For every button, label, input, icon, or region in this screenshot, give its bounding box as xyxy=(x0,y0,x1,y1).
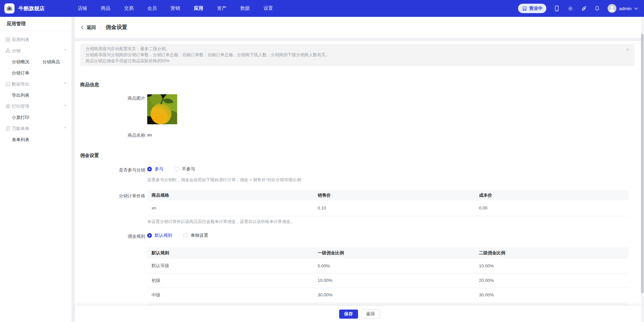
sidebar-group-distribution[interactable]: 分销 xyxy=(0,45,71,56)
notice-line: 分销商等级与分销商的分销订单数，分销订单总额，自购订单数，自购订单总额，分销商下… xyxy=(86,52,629,58)
rule-cell-l1: 30.00% xyxy=(313,288,475,302)
radio-participate-yes[interactable]: 参与 xyxy=(147,166,163,172)
mobile-icon[interactable] xyxy=(554,5,560,11)
notice-line: 分销商层级与后台配置有关，最多二级分销。 xyxy=(86,46,629,52)
radio-on-icon xyxy=(147,233,152,238)
sidebar-item-app-list[interactable]: 应用列表 xyxy=(0,34,71,45)
back-button-footer[interactable]: 返回 xyxy=(361,310,380,319)
printer-icon xyxy=(5,104,10,109)
store-logo xyxy=(4,3,14,13)
sidebar-item-label: 打印管理 xyxy=(12,103,29,109)
sidebar-item-label: 分销 xyxy=(12,48,21,54)
product-name-value: xn xyxy=(147,132,152,137)
nav-item-trade[interactable]: 交易 xyxy=(124,5,134,11)
storefront-icon xyxy=(522,6,527,11)
nav-item-settings[interactable]: 设置 xyxy=(264,5,273,11)
rocket-icon[interactable] xyxy=(581,5,587,11)
price-cell-spec: xn xyxy=(147,200,313,216)
user-menu[interactable]: admin xyxy=(608,4,638,13)
sidebar-group-forms[interactable]: 万能表单 xyxy=(0,123,71,134)
radio-rule-custom[interactable]: 单独设置 xyxy=(183,232,208,238)
sidebar-item-receipt-print[interactable]: 小票打印 xyxy=(12,115,42,121)
sidebar-item-distribution-orders[interactable]: 分销订单 xyxy=(12,70,42,76)
sidebar-item-label: 万能表单 xyxy=(12,126,29,132)
rule-table: 默认规则 一级佣金比例 二级佣金比例 默认等级 5.00% 10.00% 初级 … xyxy=(147,247,629,302)
scrollbar-thumb[interactable] xyxy=(641,34,644,293)
header-divider xyxy=(101,25,101,30)
rule-cell-l2: 10.00% xyxy=(475,259,629,273)
nav-item-shop[interactable]: 店铺 xyxy=(78,5,87,11)
sidebar-group-data-export[interactable]: 数据导出 xyxy=(0,78,71,90)
form-icon xyxy=(5,126,10,131)
sidebar: 应用管理 应用列表 分销 xyxy=(0,17,71,322)
radio-off-icon xyxy=(183,233,188,238)
nav-item-app[interactable]: 应用 xyxy=(194,5,203,11)
rule-table-header: 一级佣金比例 xyxy=(313,247,475,259)
rule-cell-l1: 10.00% xyxy=(313,273,475,288)
section-title-product-info: 商品信息 xyxy=(80,82,99,88)
username: admin xyxy=(619,6,632,11)
chevron-up-icon xyxy=(63,104,67,106)
price-table-header: 销售价 xyxy=(313,190,475,200)
radio-participate-no[interactable]: 不参与 xyxy=(174,166,195,172)
page-header: 返回 佣金设置 xyxy=(75,17,644,38)
business-status-badge[interactable]: 营业中 xyxy=(518,4,546,13)
notice-box: 分销商层级与后台配置有关，最多二级分销。 分销商等级与分销商的分销订单数，分销订… xyxy=(80,44,635,66)
price-table: 商品规格 销售价 成本价 xn 0.10 0.00 xyxy=(147,190,629,216)
close-icon[interactable]: × xyxy=(626,46,629,53)
table-cutoff-strip xyxy=(147,302,629,306)
chevron-up-icon xyxy=(63,49,67,51)
nav-item-goods[interactable]: 商品 xyxy=(101,5,110,11)
nav-item-member[interactable]: 会员 xyxy=(148,5,157,11)
rule-radio-group: 默认规则 单独设置 xyxy=(147,232,219,239)
back-label: 返回 xyxy=(87,25,96,31)
chevron-left-icon xyxy=(81,25,84,30)
commission-settings-panel: 分销商层级与后台配置有关，最多二级分销。 分销商等级与分销商的分销订单数，分销订… xyxy=(75,41,644,306)
table-row: 中级 30.00% 30.00% xyxy=(147,288,629,302)
main-menu: 店铺 商品 交易 会员 营销 应用 资产 数据 设置 xyxy=(78,5,273,11)
sidebar-item-label: 数据导出 xyxy=(12,81,29,87)
chevron-down-icon xyxy=(634,7,638,10)
avatar xyxy=(608,4,616,13)
back-button[interactable]: 返回 xyxy=(81,25,96,31)
nav-item-asset[interactable]: 资产 xyxy=(217,5,227,11)
product-image-label: 商品图片 xyxy=(80,95,145,101)
business-status-label: 营业中 xyxy=(529,5,542,11)
rule-cell-l2: 20.00% xyxy=(475,273,629,288)
notice-line: 商品分销总佣金不得超过商品实际价格的50% xyxy=(86,58,629,64)
sitemap-icon xyxy=(5,48,10,54)
price-note: 未设置分销计算价以该商品实付金额来计算佣金，设置后以该价格来计算佣金。 xyxy=(147,219,295,225)
rule-table-header: 默认规则 xyxy=(147,247,313,259)
sidebar-item-export-list[interactable]: 导出列表 xyxy=(12,92,42,98)
nav-item-marketing[interactable]: 营销 xyxy=(171,5,180,11)
radio-rule-default[interactable]: 默认规则 xyxy=(147,232,172,238)
radio-off-icon xyxy=(174,167,179,171)
participate-radio-group: 参与 不参与 xyxy=(147,166,206,172)
grid-icon xyxy=(5,37,10,42)
footer-action-bar: 保存 返回 xyxy=(75,306,644,322)
price-table-header: 成本价 xyxy=(475,190,629,200)
sidebar-item-distribution-goods[interactable]: 分销商品 xyxy=(42,59,60,65)
rule-cell-l1: 5.00% xyxy=(313,259,475,273)
sidebar-group-print[interactable]: 打印管理 xyxy=(0,101,71,112)
top-navbar: 牛酷旗舰店 店铺 商品 交易 会员 营销 应用 资产 数据 设置 营业中 xyxy=(0,0,644,17)
save-button[interactable]: 保存 xyxy=(339,310,358,319)
vertical-scrollbar xyxy=(641,17,644,322)
price-cell-sale: 0.10 xyxy=(313,200,475,216)
rule-cell-level: 默认等级 xyxy=(147,259,313,273)
sidebar-item-form-list[interactable]: 表单列表 xyxy=(12,137,42,143)
rule-cell-level: 初级 xyxy=(147,273,313,288)
chevron-up-icon xyxy=(63,82,67,84)
radio-on-icon xyxy=(147,167,152,171)
sidebar-title: 应用管理 xyxy=(0,17,71,31)
bell-icon[interactable] xyxy=(594,5,600,11)
table-row: 默认等级 5.00% 10.00% xyxy=(147,259,629,273)
sidebar-item-label: 应用列表 xyxy=(12,37,29,43)
gear-icon[interactable] xyxy=(567,5,573,11)
rule-cell-l2: 30.00% xyxy=(475,288,629,302)
sidebar-item-distribution-overview[interactable]: 分销概况 xyxy=(12,59,42,65)
rule-cell-level: 中级 xyxy=(147,288,313,302)
product-image xyxy=(147,94,177,124)
rule-table-header: 二级佣金比例 xyxy=(475,247,629,259)
nav-item-data[interactable]: 数据 xyxy=(240,5,250,11)
